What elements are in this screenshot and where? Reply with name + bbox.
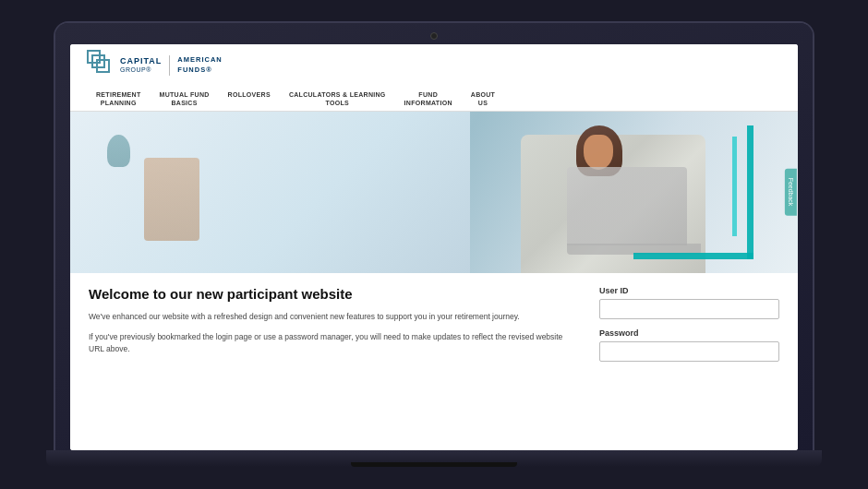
- nav-item-retirement-planning[interactable]: RETIREMENT PLANNING: [87, 87, 151, 111]
- laptop-container: CAPITAL GROUP® AMERICAN FUNDS® RETIREMEN…: [0, 0, 868, 489]
- hero-section: Feedback: [70, 112, 798, 273]
- nav-item-mutual-fund-basics[interactable]: MUTUAL FUND BASICS: [151, 87, 219, 111]
- svg-rect-0: [88, 51, 100, 63]
- logo-capital-label: CAPITAL: [120, 56, 162, 66]
- hero-background: [70, 112, 798, 273]
- laptop-body: CAPITAL GROUP® AMERICAN FUNDS® RETIREMEN…: [55, 23, 813, 450]
- nav-item-fund-info[interactable]: FUND INFORMATION: [395, 87, 462, 111]
- welcome-text-1: We've enhanced our website with a refres…: [89, 311, 576, 323]
- feedback-tab[interactable]: Feedback: [785, 169, 797, 216]
- svg-rect-2: [97, 60, 109, 72]
- laptop-base: [46, 450, 822, 467]
- logo-american-funds: AMERICAN FUNDS®: [177, 55, 222, 75]
- woman-figure-area: [447, 112, 742, 273]
- logo-text: CAPITAL GROUP®: [120, 56, 162, 74]
- nav-item-calculators[interactable]: CALCULATORS & LEARNING TOOLS: [280, 87, 395, 111]
- welcome-section: Welcome to our new participant website W…: [89, 286, 576, 437]
- login-section: User ID Password: [599, 286, 779, 437]
- password-group: Password: [599, 328, 779, 362]
- content-area: Welcome to our new participant website W…: [70, 273, 798, 450]
- nav-item-about-us[interactable]: ABOUT US: [462, 87, 504, 111]
- nav-bar: RETIREMENT PLANNING MUTUAL FUND BASICS R…: [87, 87, 781, 111]
- laptop-screen: CAPITAL GROUP® AMERICAN FUNDS® RETIREMEN…: [70, 44, 798, 450]
- capital-group-logo: [87, 50, 115, 81]
- password-input[interactable]: [599, 341, 779, 362]
- userid-label: User ID: [599, 286, 779, 295]
- logo-divider: [169, 55, 170, 76]
- logo-row: CAPITAL GROUP® AMERICAN FUNDS®: [87, 50, 781, 81]
- welcome-text-2: If you've previously bookmarked the logi…: [89, 331, 576, 355]
- site-header: CAPITAL GROUP® AMERICAN FUNDS® RETIREMEN…: [70, 44, 798, 112]
- laptop-camera: [430, 32, 438, 40]
- password-label: Password: [599, 328, 779, 338]
- welcome-title: Welcome to our new participant website: [89, 286, 576, 302]
- website: CAPITAL GROUP® AMERICAN FUNDS® RETIREMEN…: [70, 44, 798, 450]
- nav-item-rollovers[interactable]: ROLLOVERS: [219, 87, 280, 102]
- userid-group: User ID: [599, 286, 779, 319]
- laptop-prop: [567, 167, 687, 245]
- svg-rect-1: [92, 55, 104, 67]
- bg-vase: [107, 135, 130, 167]
- logo-group-label: GROUP®: [120, 66, 162, 74]
- woman-face: [584, 135, 613, 170]
- bg-chair: [144, 158, 199, 241]
- userid-input[interactable]: [599, 299, 779, 319]
